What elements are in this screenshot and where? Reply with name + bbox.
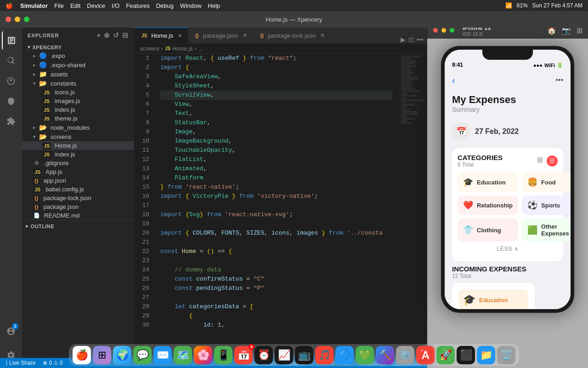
menu-window[interactable]: Window [180,2,201,9]
activity-extensions[interactable] [2,112,20,131]
refresh-icon[interactable]: ↺ [113,31,119,40]
sim-close[interactable] [433,28,438,33]
tab-close-home[interactable]: ✕ [178,33,182,39]
dock-photos[interactable]: 🌸 [194,346,212,364]
less-button[interactable]: LESS ∧ [458,242,558,256]
tab-package-json[interactable]: {} package.json ✕ [188,28,253,43]
tab-package-lock-json[interactable]: {} package-lock.json ✕ [253,28,331,43]
fullscreen-button[interactable] [24,17,29,22]
sim-fullscreen[interactable] [450,28,454,33]
sidebar-item-node-modules[interactable]: ▸ 📂 node_modules [22,123,134,132]
menu-debug[interactable]: Debug [156,2,174,9]
sidebar-item-theme[interactable]: JS theme.js [22,114,134,123]
dock-whatsapp[interactable]: 💚 [356,346,374,364]
dock-files[interactable]: 📁 [477,346,495,364]
activity-search[interactable] [2,52,20,70]
dock-stocks[interactable]: 📈 [275,346,293,364]
run-icon[interactable]: ▶ [401,36,406,43]
new-file-icon[interactable]: + [96,31,101,40]
category-food[interactable]: 🍔 Food [522,172,571,192]
dock-simulator[interactable]: 🚀 [436,346,455,364]
tab-home-js[interactable]: JS Home.js ✕ [135,28,188,43]
menu-edit[interactable]: Edit [70,2,80,9]
expense-card-tuition[interactable]: 🎓 Education Tuition Fee Tuition fee Loca… [452,283,535,309]
sidebar-item-screens[interactable]: ▾ 📂 screens [22,132,134,141]
dock-acrobat[interactable]: 🅰️ [416,346,435,364]
dock-facetime[interactable]: 📱 [214,346,232,364]
dock-trash[interactable]: 🗑️ [497,346,515,364]
activity-git[interactable] [2,72,20,90]
sidebar-item-expo-shared[interactable]: ▸ 🔵 .expo-shared [22,60,134,69]
list-view-icon[interactable]: ☰ [547,155,558,167]
more-actions-icon[interactable]: ••• [417,36,424,43]
code-content[interactable]: import React, { useRef } from "react"; i… [153,54,400,368]
dock-mail[interactable]: ✉️ [153,346,172,364]
category-education[interactable]: 🎓 Education [458,172,518,192]
dock-terminal[interactable]: ⬛ [457,346,475,364]
dock-settings[interactable]: ⚙️ [396,346,414,364]
activity-explorer[interactable] [2,31,20,50]
sidebar-item-readme[interactable]: 📄 README.md [22,211,134,220]
breadcrumb-home-js[interactable]: Home.js [172,46,192,52]
live-share-btn[interactable]: ⟨ Live Share [4,360,37,366]
dock-appstore[interactable]: 🔨 [376,346,394,364]
dock-calendar[interactable]: 📅 [234,346,253,364]
sidebar-item-gitignore[interactable]: ⚙ .gitignore [22,159,134,167]
expense-cards-row[interactable]: 🎓 Education Tuition Fee Tuition fee Loca… [452,283,563,309]
app-page[interactable]: My Expenses Summary 📅 27 Feb, 2022 [445,90,571,309]
close-button[interactable] [6,17,11,22]
activity-debug[interactable] [2,92,20,110]
category-sports[interactable]: ⚽ Sports [522,196,571,215]
sidebar-item-app-js[interactable]: JS App.js [22,167,134,176]
breadcrumb-screens[interactable]: screens [140,46,159,52]
dock-messages[interactable]: 💬 [133,346,152,364]
menu-file[interactable]: File [54,2,64,9]
sim-minimize[interactable] [441,28,446,33]
sidebar-item-expo[interactable]: ▸ 🔵 .expo [22,51,134,60]
menu-io[interactable]: I/O [112,2,119,9]
sidebar-item-assets[interactable]: ▸ 📁 assets [22,69,134,79]
menu-help[interactable]: Help [208,2,220,9]
sidebar-item-images-js[interactable]: JS images.js [22,97,134,105]
dock-music[interactable]: 🎵 [315,346,334,364]
sidebar-item-index-screens[interactable]: JS index.js [22,150,134,159]
dock-clock[interactable]: ⏰ [254,346,273,364]
food-label: Food [541,179,556,186]
app-menu-simulator[interactable]: Simulator [20,2,48,9]
category-clothing[interactable]: 👕 Clothing [458,218,518,242]
tab-close-lock[interactable]: ✕ [320,32,325,39]
new-folder-icon[interactable]: ⊕ [104,31,110,40]
tab-close-pkg[interactable]: ✕ [243,32,247,39]
errors-btn[interactable]: ⊗ 0 ⚠ 0 [41,360,64,366]
sidebar-item-app-json[interactable]: {} app.json [22,176,134,185]
category-other[interactable]: 🟩 Other Expenses [522,218,571,242]
collapse-icon[interactable]: ⊟ [122,31,129,40]
dock-maps[interactable]: 🗺️ [174,346,192,364]
dock-safari[interactable]: 🌍 [113,346,131,364]
more-button[interactable]: ••• [555,76,563,84]
dock-tv[interactable]: 📺 [295,346,313,364]
sidebar-item-home-js[interactable]: JS Home.js [22,141,134,150]
sidebar-item-index-constants[interactable]: JS index.js [22,105,134,114]
dock-launchpad[interactable]: ⊞ [93,346,111,364]
dock-finder[interactable]: 🍎 [73,346,91,364]
menu-features[interactable]: Features [126,2,149,9]
menu-device[interactable]: Device [87,2,105,9]
dock-vscode[interactable]: 🔷 [335,346,354,364]
category-relationship[interactable]: ❤️ Relationship [458,196,518,215]
activity-account[interactable]: 1 [2,322,20,340]
grid-view-icon[interactable]: ⊞ [537,155,543,167]
outline-header[interactable]: ▸ OUTLINE [22,220,134,232]
sidebar-item-package-lock[interactable]: {} package-lock.json [22,194,134,202]
split-editor-icon[interactable]: ⊡ [408,36,414,43]
readme-label: README.md [44,212,79,219]
minimize-button[interactable] [15,17,20,22]
js-badge-index-c: JS [42,107,51,113]
sidebar-item-babel[interactable]: JS babel.config.js [22,185,134,194]
sidebar-item-constants[interactable]: ▾ 📂 constants [22,79,134,88]
sidebar-item-package[interactable]: {} package.json [22,202,134,211]
project-root[interactable]: ▾ XPENCERY [22,43,134,51]
apple-menu-icon[interactable]: 🍎 [6,2,13,9]
back-button[interactable]: ‹ [452,75,455,86]
sidebar-item-icons-js[interactable]: JS icons.js [22,88,134,97]
